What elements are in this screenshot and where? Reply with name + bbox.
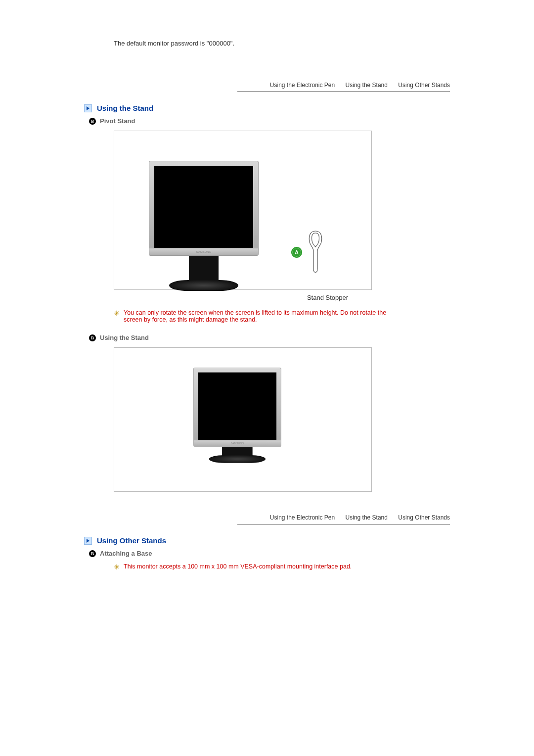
subheading-attach-text: Attaching a Base xyxy=(100,550,152,557)
tab-other-stands[interactable]: Using Other Stands xyxy=(398,514,450,521)
tab-using-stand[interactable]: Using the Stand xyxy=(346,82,388,89)
marker-a-badge: A xyxy=(291,247,302,258)
monitor-illustration: SAMSUNG xyxy=(193,368,281,463)
subheading-pivot: B Pivot Stand xyxy=(89,117,450,125)
bullet-b-icon: B xyxy=(89,550,96,557)
section-heading-text: Using the Stand xyxy=(97,104,153,112)
intro-text: The default monitor password is "000000"… xyxy=(114,40,450,47)
figure-caption: Stand Stopper xyxy=(205,294,450,301)
arrow-right-icon xyxy=(84,537,92,545)
tab-bar: Using the Electronic Pen Using the Stand… xyxy=(84,82,450,89)
tab-electronic-pen[interactable]: Using the Electronic Pen xyxy=(270,82,335,89)
stand-stopper-icon xyxy=(307,230,324,277)
section-heading-stand: Using the Stand xyxy=(84,104,450,112)
subheading-attach-base: B Attaching a Base xyxy=(89,550,450,557)
section-heading-other: Using Other Stands xyxy=(84,536,450,545)
subheading-using-stand: B Using the Stand xyxy=(89,334,450,341)
tab-divider xyxy=(237,92,450,92)
section-heading-text: Using Other Stands xyxy=(97,536,166,545)
tab-divider xyxy=(237,524,450,524)
arrow-right-icon xyxy=(84,104,92,112)
tab-other-stands[interactable]: Using Other Stands xyxy=(398,82,450,89)
info-note: ✳ This monitor accepts a 100 mm x 100 mm… xyxy=(114,563,400,570)
warning-icon: ✳ xyxy=(114,309,120,317)
info-icon: ✳ xyxy=(114,563,120,570)
subheading-using-text: Using the Stand xyxy=(100,334,149,341)
tab-electronic-pen[interactable]: Using the Electronic Pen xyxy=(270,514,335,521)
tab-bar: Using the Electronic Pen Using the Stand… xyxy=(84,514,450,521)
tab-using-stand[interactable]: Using the Stand xyxy=(346,514,388,521)
figure-using-stand: SAMSUNG xyxy=(114,347,372,492)
figure-pivot-stand: SAMSUNG A xyxy=(114,131,372,290)
warning-text: You can only rotate the screen when the … xyxy=(124,309,400,323)
info-text: This monitor accepts a 100 mm x 100 mm V… xyxy=(124,563,352,570)
monitor-illustration: SAMSUNG xyxy=(149,161,259,291)
warning-note: ✳ You can only rotate the screen when th… xyxy=(114,309,400,323)
bullet-b-icon: B xyxy=(89,118,96,125)
bullet-b-icon: B xyxy=(89,334,96,341)
subheading-pivot-text: Pivot Stand xyxy=(100,117,135,125)
